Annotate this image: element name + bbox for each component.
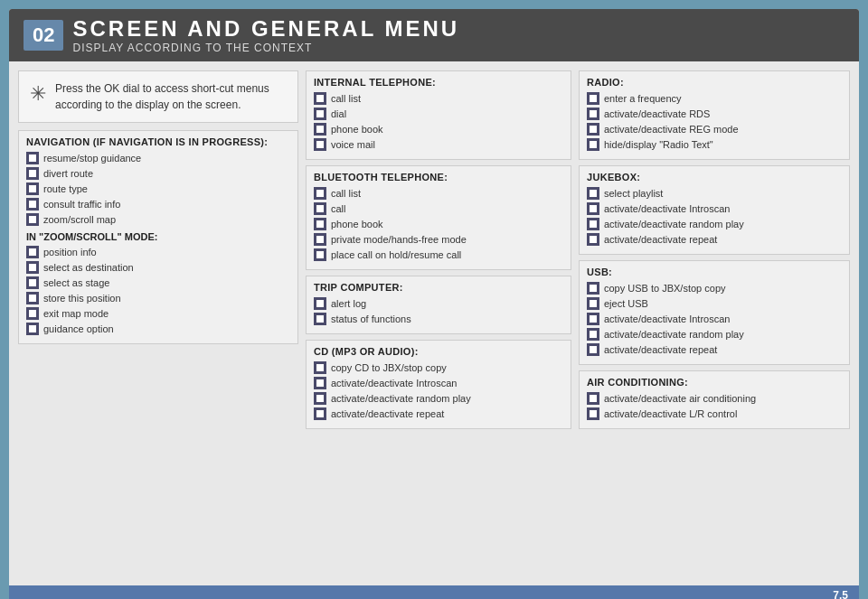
list-item: copy USB to JBX/stop copy <box>587 282 842 295</box>
bullet-icon <box>26 152 39 164</box>
svg-rect-3 <box>29 201 36 208</box>
svg-rect-18 <box>316 236 324 243</box>
bullet-icon <box>587 297 599 310</box>
bullet-icon <box>587 233 599 246</box>
list-item: phone book <box>314 123 563 136</box>
jukebox-items: select playlist activate/deactivate Intr… <box>587 187 842 246</box>
bluetooth-section: BLUETOOTH TELEPHONE: call list call p <box>306 165 571 270</box>
bullet-icon <box>314 218 326 230</box>
navigation-section: NAVIGATION (IF NAVIGATION IS IN PROGRESS… <box>18 130 298 344</box>
bullet-icon <box>587 218 599 230</box>
bullet-icon <box>587 187 599 200</box>
list-item: call list <box>314 92 563 105</box>
list-item: place call on hold/resume call <box>314 248 563 261</box>
usb-section: USB: copy USB to JBX/stop copy eject USB <box>579 260 850 365</box>
list-item: resume/stop guidance <box>26 152 290 164</box>
radio-section: RADIO: enter a frequency activate/deacti… <box>579 70 850 160</box>
trip-computer-title: TRIP COMPUTER: <box>314 282 563 293</box>
trip-computer-section: TRIP COMPUTER: alert log status of funct… <box>306 276 571 334</box>
navigation-items: resume/stop guidance divert route route … <box>26 152 290 226</box>
bullet-icon <box>314 233 326 246</box>
header: 02 SCREEN AND GENERAL MENU DISPLAY ACCOR… <box>9 9 859 61</box>
bullet-icon <box>26 198 39 211</box>
svg-rect-39 <box>590 395 597 402</box>
list-item: private mode/hands-free mode <box>314 233 563 246</box>
list-item: call list <box>314 187 563 200</box>
bluetooth-title: BLUETOOTH TELEPHONE: <box>314 172 563 183</box>
bullet-icon <box>587 108 599 120</box>
list-item: exit map mode <box>26 307 290 320</box>
cd-mp3-title: CD (MP3 OR AUDIO): <box>314 346 563 357</box>
svg-rect-10 <box>29 325 36 332</box>
list-item: activate/deactivate Introscan <box>314 377 563 389</box>
right-panel: RADIO: enter a frequency activate/deacti… <box>579 70 850 576</box>
air-conditioning-items: activate/deactivate air conditioning act… <box>587 392 842 420</box>
svg-rect-2 <box>29 185 36 192</box>
jukebox-section: JUKEBOX: select playlist activate/deacti… <box>579 165 850 255</box>
svg-rect-32 <box>590 220 597 228</box>
svg-rect-15 <box>316 190 324 197</box>
svg-rect-9 <box>29 310 36 317</box>
list-item: activate/deactivate random play <box>314 392 563 405</box>
svg-rect-4 <box>29 216 36 223</box>
list-item: alert log <box>314 297 563 310</box>
bullet-icon <box>314 123 326 136</box>
bullet-icon <box>26 292 39 304</box>
list-item: position info <box>26 246 290 258</box>
svg-rect-34 <box>590 285 597 292</box>
zoom-mode-title: IN "ZOOM/SCROLL" MODE: <box>26 231 290 242</box>
svg-rect-12 <box>316 110 324 117</box>
svg-rect-21 <box>316 315 324 323</box>
bullet-icon <box>26 167 39 180</box>
list-item: select as destination <box>26 261 290 274</box>
list-item: copy CD to JBX/stop copy <box>314 361 563 374</box>
bullet-icon <box>26 307 39 320</box>
list-item: activate/deactivate repeat <box>587 233 842 246</box>
list-item: guidance option <box>26 323 290 335</box>
svg-rect-33 <box>590 236 597 243</box>
list-item: activate/deactivate L/R control <box>587 407 842 420</box>
list-item: activate/deactivate repeat <box>587 343 842 356</box>
star-icon: ✳ <box>30 82 46 106</box>
bullet-icon <box>314 248 326 261</box>
bullet-icon <box>314 187 326 200</box>
bullet-icon <box>314 407 326 420</box>
list-item: activate/deactivate air conditioning <box>587 392 842 405</box>
air-conditioning-section: AIR CONDITIONING: activate/deactivate ai… <box>579 370 850 429</box>
list-item: store this position <box>26 292 290 304</box>
svg-rect-25 <box>316 410 324 417</box>
list-item: consult traffic info <box>26 198 290 211</box>
svg-rect-28 <box>590 126 597 133</box>
radio-items: enter a frequency activate/deactivate RD… <box>587 92 842 151</box>
bullet-icon <box>314 138 326 151</box>
list-item: divert route <box>26 167 290 180</box>
bluetooth-items: call list call phone book private m <box>314 187 563 261</box>
info-text: Press the OK dial to access short-cut me… <box>55 80 287 113</box>
list-item: phone book <box>314 218 563 230</box>
bullet-icon <box>314 297 326 310</box>
list-item: activate/deactivate repeat <box>314 407 563 420</box>
list-item: zoom/scroll map <box>26 213 290 226</box>
list-item: activate/deactivate Introscan <box>587 313 842 325</box>
svg-rect-1 <box>29 170 36 177</box>
svg-rect-23 <box>316 379 324 387</box>
list-item: dial <box>314 108 563 120</box>
bullet-icon <box>26 323 39 335</box>
bullet-icon <box>587 92 599 105</box>
bullet-icon <box>314 108 326 120</box>
page-subtitle: DISPLAY ACCORDING TO THE CONTEXT <box>72 42 459 54</box>
svg-rect-26 <box>590 95 597 102</box>
svg-rect-14 <box>316 141 324 148</box>
svg-rect-38 <box>590 346 597 353</box>
svg-rect-0 <box>29 154 36 162</box>
bullet-icon <box>587 138 599 151</box>
cd-mp3-section: CD (MP3 OR AUDIO): copy CD to JBX/stop c… <box>306 340 571 429</box>
bullet-icon <box>314 377 326 389</box>
list-item: call <box>314 202 563 215</box>
internal-telephone-section: INTERNAL TELEPHONE: call list dial ph <box>306 70 571 160</box>
list-item: activate/deactivate random play <box>587 328 842 341</box>
svg-rect-22 <box>316 364 324 371</box>
bullet-icon <box>314 202 326 215</box>
svg-rect-30 <box>590 190 597 197</box>
svg-rect-8 <box>29 295 36 302</box>
